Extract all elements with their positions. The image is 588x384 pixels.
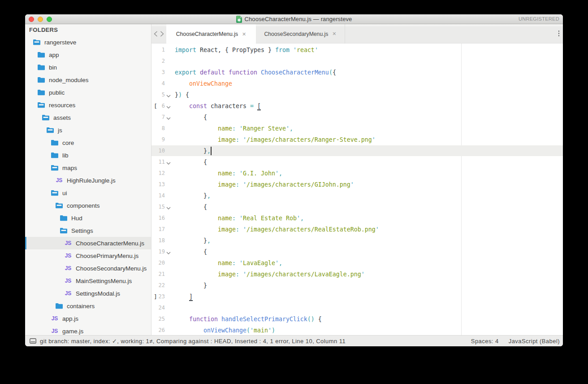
code-token: react [297, 47, 315, 53]
line-number: 16 [151, 213, 165, 224]
gutter-row: 2 [151, 56, 175, 67]
tree-item-lib[interactable]: lib [25, 149, 151, 161]
tab-choosesecondarymenu-js[interactable]: ChooseSecondaryMenu.js✕ [256, 24, 345, 44]
line-number: 26 [151, 325, 165, 336]
tab-nav-arrows [151, 24, 166, 44]
code-token [236, 125, 239, 132]
tab-close-icon[interactable]: ✕ [242, 32, 246, 37]
code-line: image: '/images/characters/LavaEagle.png… [175, 269, 379, 280]
line-number: 10 [151, 145, 165, 157]
code-token: import [175, 47, 196, 53]
tree-item-label: bin [49, 64, 57, 71]
tree-item-js[interactable]: js [25, 124, 151, 136]
code-token: /images/characters/Ranger-Steve.png [246, 136, 372, 143]
tree-item-game-js[interactable]: JSgame.js [25, 325, 151, 335]
tree-item-app-js[interactable]: JSapp.js [25, 312, 151, 325]
tree-item-bin[interactable]: bin [25, 61, 151, 74]
gutter-row: 9 [151, 134, 175, 145]
tree-item-maps[interactable]: maps [25, 161, 151, 174]
code-token: ChooseCharacterMenu [261, 69, 329, 76]
tree-item-node-modules[interactable]: node_modules [25, 74, 151, 86]
js-file-icon: JS [65, 240, 72, 247]
tree-item-rangersteve[interactable]: rangersteve [25, 36, 151, 48]
line-number: 20 [151, 257, 165, 269]
tree-item-ui[interactable]: ui [25, 187, 151, 199]
code-token: ( [246, 327, 250, 334]
fold-chevron-icon[interactable] [166, 106, 171, 109]
gutter-row: 18 [151, 235, 175, 246]
code-token [175, 327, 203, 334]
tree-item-resources[interactable]: resources [25, 99, 151, 111]
tree-item-mainsettingsmenu-js[interactable]: JSMainSettingsMenu.js [25, 275, 151, 287]
code-token: : [232, 170, 236, 177]
line-number: 7 [151, 112, 165, 123]
code-line: ] [175, 291, 379, 302]
js-glyph: JS [65, 278, 72, 284]
fold-chevron-icon[interactable] [166, 117, 171, 120]
js-file-icon: JS [51, 327, 58, 335]
code-token: , [279, 260, 282, 266]
code-token: , [290, 125, 293, 132]
tree-item-highrulejungle-js[interactable]: JSHighRuleJungle.js [25, 174, 151, 187]
tab-close-icon[interactable]: ✕ [332, 31, 336, 36]
tree-item-label: app.js [62, 315, 78, 322]
tree-item-choosecharactermenu-js[interactable]: JSChooseCharacterMenu.js [25, 237, 151, 249]
code-line: export default function ChooseCharacterM… [175, 67, 379, 78]
line-number: 19 [151, 246, 165, 257]
fold-chevron-icon[interactable] [166, 207, 171, 209]
code-token: main [254, 327, 268, 334]
tab-overflow-menu-icon[interactable] [557, 31, 561, 38]
tree-item-settings[interactable]: Settings [25, 224, 151, 237]
tab-forward-icon[interactable] [160, 31, 164, 37]
code-token: image [218, 136, 236, 143]
tree-item-choosesecondarymenu-js[interactable]: JSChooseSecondaryMenu.js [25, 262, 151, 275]
indentation-setting[interactable]: Spaces: 4 [471, 338, 499, 345]
code-token: image [218, 271, 236, 278]
tab-choosecharactermenu-js[interactable]: ChooseCharacterMenu.js✕ [166, 24, 256, 44]
tree-item-public[interactable]: public [25, 86, 151, 99]
js-file-icon: JS [65, 265, 72, 272]
tree-item-containers[interactable]: containers [25, 300, 151, 312]
code-token: : [236, 226, 239, 233]
code-token [236, 260, 239, 266]
gutter-row: 26 [151, 325, 175, 336]
tree-item-label: MainSettingsMenu.js [76, 278, 132, 284]
tree-item-label: ui [62, 190, 67, 196]
tree-item-components[interactable]: components [25, 199, 151, 212]
fold-chevron-icon[interactable] [166, 162, 171, 165]
syntax-setting[interactable]: JavaScript (Babel) [509, 338, 560, 345]
tree-item-assets[interactable]: assets [25, 111, 151, 124]
code-token [254, 103, 257, 109]
tree-item-hud[interactable]: Hud [25, 212, 151, 224]
gutter-row: 15 [151, 201, 175, 213]
code-line: } [175, 280, 379, 291]
code-line: image: '/images/characters/RealEstateRob… [175, 224, 379, 235]
fold-chevron-icon[interactable] [166, 252, 171, 254]
code-editor[interactable]: 12345[678910111213141516171819202122]232… [151, 44, 563, 335]
code-token: { [175, 159, 207, 166]
tree-item-label: ChoosePrimaryMenu.js [76, 253, 138, 259]
title-bar[interactable]: ChooseCharacterMenu.js — rangersteve UNR… [25, 14, 563, 24]
gutter-row: 10 [151, 145, 175, 157]
tree-item-settingsmodal-js[interactable]: JSSettingsModal.js [25, 287, 151, 300]
folder-icon [38, 89, 45, 96]
tree-item-label: rangersteve [44, 39, 76, 46]
code-token: name [218, 125, 232, 132]
line-number: 2 [151, 56, 165, 67]
line-number: 6 [151, 100, 165, 112]
code-token [225, 69, 229, 76]
fold-chevron-icon[interactable] [166, 95, 171, 97]
code-token [175, 215, 218, 222]
code-token: onViewChange [189, 80, 232, 87]
code-token: { [175, 249, 207, 255]
panel-toggle-icon[interactable] [30, 338, 36, 344]
tree-item-chooseprimarymenu-js[interactable]: JSChoosePrimaryMenu.js [25, 249, 151, 262]
line-number: 25 [151, 314, 165, 325]
code-token: : [236, 271, 239, 278]
tree-item-app[interactable]: app [25, 48, 151, 61]
code-line: { [175, 246, 379, 257]
tab-back-icon[interactable] [154, 31, 158, 37]
folder-open-icon [51, 164, 58, 171]
line-number: 11 [151, 157, 165, 168]
tree-item-core[interactable]: core [25, 136, 151, 149]
